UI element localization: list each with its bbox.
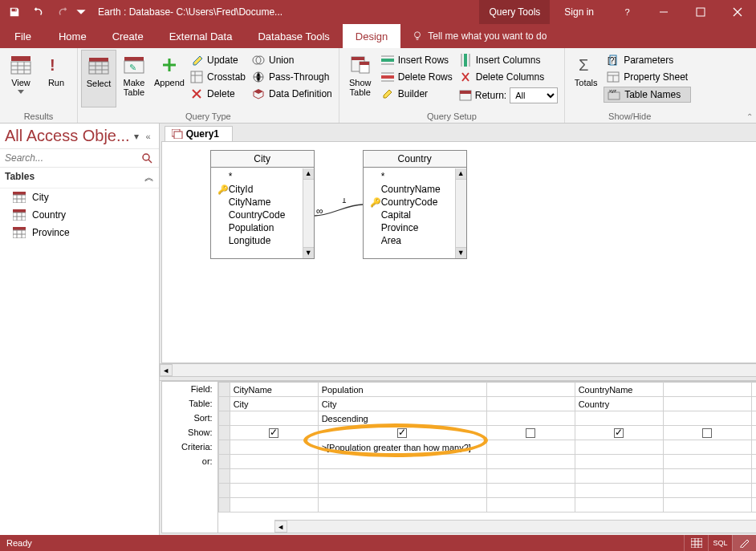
run-button[interactable]: ! Run (39, 50, 74, 107)
qbe-cell[interactable]: City (230, 397, 318, 411)
field-Population[interactable]: Population (211, 221, 314, 234)
undo-icon[interactable] (27, 2, 50, 22)
builder-button[interactable]: Builder (378, 87, 456, 101)
scrollbar[interactable]: ▲▼ (303, 168, 314, 258)
update-button[interactable]: Update (187, 53, 249, 67)
datasheet-view-icon[interactable] (684, 535, 708, 551)
qbe-cell[interactable]: Population (318, 383, 486, 397)
crosstab-button[interactable]: Crosstab (187, 70, 249, 84)
qbe-cell[interactable] (230, 426, 318, 440)
table-city[interactable]: City *🔑CityIdCityNameCountryCodePopulati… (210, 150, 315, 259)
insert-rows-button[interactable]: Insert Rows (378, 53, 456, 67)
append-button[interactable]: Append (152, 50, 187, 107)
field-CityName[interactable]: CityName (211, 196, 314, 209)
collapse-ribbon-icon[interactable]: ⌃ (746, 112, 753, 121)
qbe-cell[interactable] (230, 411, 318, 426)
qbe-cells[interactable]: CityNamePopulationCountryNameCityCityCou… (218, 382, 756, 533)
qbe-cell[interactable]: CountryName (575, 383, 663, 397)
field-Capital[interactable]: Capital (364, 209, 466, 221)
relationship-line[interactable]: 1 ∞ (315, 198, 363, 222)
data-definition-button[interactable]: Data Definition (249, 87, 335, 101)
qbe-cell[interactable] (751, 426, 756, 440)
help-icon[interactable]: ? (608, 0, 645, 24)
qbe-cell[interactable] (751, 411, 756, 426)
minimize-button[interactable] (645, 0, 682, 24)
nav-item-city[interactable]: City (0, 188, 159, 206)
nav-title[interactable]: All Access Obje... (5, 127, 130, 145)
redo-icon[interactable] (51, 2, 74, 22)
tab-file[interactable]: File (0, 24, 46, 48)
passthrough-button[interactable]: Pass-Through (249, 70, 335, 84)
qbe-cell[interactable] (751, 397, 756, 411)
qbe-cell[interactable] (663, 383, 751, 397)
field-Longitude[interactable]: Longitude (211, 234, 314, 247)
tab-design[interactable]: Design (343, 24, 400, 48)
qbe-cell[interactable]: City (318, 397, 486, 411)
tab-create[interactable]: Create (100, 24, 156, 48)
qbe-hscroll[interactable]: ◄► (274, 520, 756, 533)
field-CountryName[interactable]: CountryName (364, 183, 466, 196)
show-checkbox[interactable] (702, 428, 712, 438)
search-icon[interactable] (141, 152, 159, 164)
qbe-cell[interactable] (230, 440, 318, 455)
show-checkbox[interactable] (526, 428, 535, 438)
sql-view-icon[interactable]: SQL (708, 535, 732, 551)
qbe-cell[interactable] (663, 397, 751, 411)
qbe-cell[interactable] (486, 455, 575, 469)
field-CityId[interactable]: 🔑CityId (211, 183, 314, 196)
close-button[interactable] (719, 0, 756, 24)
qbe-cell[interactable] (486, 383, 575, 397)
qbe-cell[interactable] (575, 455, 663, 469)
parameters-button[interactable]: [?]Parameters (604, 53, 691, 67)
totals-button[interactable]: Σ Totals (568, 50, 604, 107)
table-country[interactable]: Country *CountryName🔑CountryCodeCapitalP… (363, 150, 467, 259)
show-table-button[interactable]: Show Table (343, 50, 378, 107)
nav-collapse-icon[interactable]: « (143, 132, 154, 141)
field-CountryCode[interactable]: 🔑CountryCode (364, 196, 466, 209)
qbe-cell[interactable] (663, 440, 751, 455)
nav-item-province[interactable]: Province (0, 224, 159, 241)
signin-link[interactable]: Sign in (550, 6, 608, 18)
design-surface[interactable]: City *🔑CityIdCityNameCountryCodePopulati… (161, 141, 756, 363)
qbe-cell[interactable]: CityName (230, 383, 318, 397)
qbe-cell[interactable]: >[Population greater than how many?] (318, 440, 486, 455)
qbe-cell[interactable]: Country (575, 397, 663, 411)
qat-customize-icon[interactable] (75, 2, 87, 22)
show-checkbox[interactable] (614, 428, 624, 438)
delete-columns-button[interactable]: Delete Columns (456, 70, 561, 84)
table-names-button[interactable]: xyzTable Names (604, 87, 691, 103)
show-checkbox[interactable] (397, 428, 407, 438)
scrollbar[interactable]: ▲▼ (455, 168, 466, 258)
document-tab-query1[interactable]: Query1 (165, 126, 233, 141)
make-table-button[interactable]: ✎ Make Table (116, 50, 152, 107)
nav-search-input[interactable] (0, 149, 141, 167)
property-sheet-button[interactable]: Property Sheet (604, 70, 691, 84)
field-Province[interactable]: Province (364, 221, 466, 234)
qbe-cell[interactable] (663, 455, 751, 469)
tell-me-search[interactable]: Tell me what you want to do (400, 24, 558, 48)
qbe-cell[interactable] (575, 411, 663, 426)
design-hscroll[interactable]: ◄► (160, 363, 756, 376)
return-select[interactable]: All (510, 87, 558, 103)
insert-columns-button[interactable]: Insert Columns (456, 53, 561, 67)
field-CountryCode[interactable]: CountryCode (211, 209, 314, 221)
tab-home[interactable]: Home (46, 24, 100, 48)
field-Area[interactable]: Area (364, 234, 466, 247)
tab-database-tools[interactable]: Database Tools (245, 24, 342, 48)
field-star[interactable]: * (364, 170, 466, 183)
view-button[interactable]: View (3, 50, 39, 107)
qbe-cell[interactable] (751, 383, 756, 397)
design-view-icon[interactable] (732, 535, 756, 551)
qbe-cell[interactable] (575, 440, 663, 455)
qbe-cell[interactable] (486, 440, 575, 455)
qbe-cell[interactable] (751, 440, 756, 455)
nav-section-tables[interactable]: Tables︽ (0, 168, 159, 188)
select-query-button[interactable]: Select (81, 50, 116, 107)
nav-dropdown-icon[interactable]: ▾ (130, 131, 143, 142)
qbe-cell[interactable] (318, 455, 486, 469)
qbe-cell[interactable] (575, 426, 663, 440)
save-icon[interactable] (3, 2, 26, 22)
tab-external-data[interactable]: External Data (156, 24, 246, 48)
show-checkbox[interactable] (269, 428, 278, 438)
delete-query-button[interactable]: Delete (187, 87, 249, 101)
